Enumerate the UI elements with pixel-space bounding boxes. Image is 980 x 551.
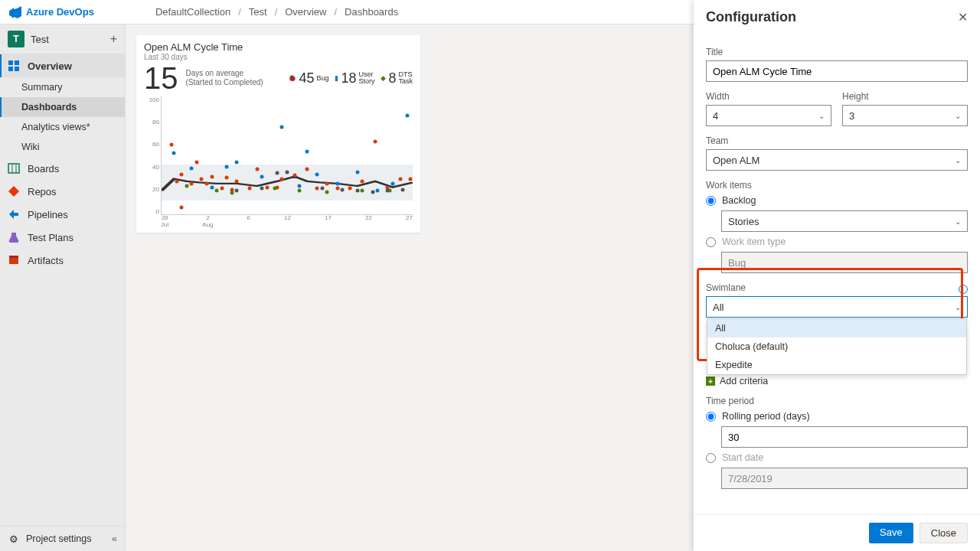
chevron-down-icon: ⌄ [955, 303, 961, 311]
wit-radio[interactable]: Work item type [706, 236, 968, 247]
swimlane-option[interactable]: All [707, 319, 966, 337]
sidebar-sub-analytics[interactable]: Analytics views* [0, 117, 125, 137]
sidebar-item-repos[interactable]: Repos [0, 180, 125, 203]
height-select[interactable]: 3⌄ [842, 105, 968, 126]
project-badge: T [8, 31, 24, 47]
swimlane-select[interactable]: All⌄ All Choluca (default) Expedite [706, 296, 968, 318]
breadcrumb-item[interactable]: Dashboards [345, 6, 398, 18]
breadcrumb-item[interactable]: Overview [285, 6, 326, 18]
team-select[interactable]: Open ALM⌄ [706, 149, 968, 171]
cycle-time-widget[interactable]: Open ALM Cycle Time Last 30 days 15 Days… [136, 35, 420, 233]
rolling-input[interactable] [721, 426, 968, 448]
task-icon: ◆ [381, 74, 386, 82]
story-icon: ▮ [335, 74, 338, 82]
width-label: Width [706, 91, 831, 102]
sidebar: T Test + Overview Summary Dashboards Ana… [0, 24, 126, 551]
swimlane-dropdown: All Choluca (default) Expedite [707, 318, 967, 375]
avg-label: Days on average (Started to Completed) [186, 69, 263, 87]
widget-subtitle: Last 30 days [144, 53, 413, 61]
plus-icon: + [706, 377, 715, 386]
workitems-label: Work items [706, 180, 968, 191]
project-name: Test [31, 34, 104, 45]
timeperiod-label: Time period [706, 396, 968, 406]
team-label: Team [706, 135, 968, 146]
title-input[interactable] [706, 60, 968, 82]
save-button[interactable]: Save [869, 523, 913, 543]
height-label: Height [842, 91, 968, 102]
chart: 100806040200 28Jul2Aug612172227 [144, 96, 413, 234]
project-header[interactable]: T Test + [0, 24, 125, 54]
brand-logo[interactable]: Azure DevOps [9, 6, 94, 18]
rolling-radio[interactable]: Rolling period (days) [706, 411, 968, 422]
project-settings[interactable]: ⚙ Project settings « [0, 526, 125, 551]
startdate-radio[interactable]: Start date [706, 452, 968, 463]
backlog-radio[interactable]: Backlog [706, 195, 968, 206]
swimlane-option[interactable]: Expedite [707, 356, 966, 374]
svg-rect-2 [8, 67, 13, 71]
swimlane-option[interactable]: Choluca (default) [707, 337, 966, 356]
startdate-input [721, 468, 968, 489]
svg-rect-3 [15, 67, 19, 71]
testplans-icon [8, 231, 20, 243]
big-number: 15 [144, 63, 178, 93]
overview-icon [8, 60, 20, 72]
gear-icon: ⚙ [8, 533, 20, 545]
bug-icon: 🐞 [288, 74, 296, 82]
backlog-select[interactable]: Stories⌄ [721, 210, 968, 232]
legend: 🐞45Bug ▮18UserStory ◆8DTSTask [288, 70, 413, 86]
collapse-icon[interactable]: « [112, 533, 117, 544]
breadcrumb: DefaultCollection / Test / Overview / Da… [155, 6, 398, 18]
width-select[interactable]: 4⌄ [706, 105, 831, 126]
sidebar-sub-wiki[interactable]: Wiki [0, 137, 125, 157]
title-label: Title [706, 47, 968, 57]
brand-text: Azure DevOps [26, 6, 94, 18]
chevron-down-icon: ⌄ [818, 112, 825, 120]
close-icon[interactable]: ✕ [958, 10, 968, 24]
info-icon[interactable]: i [959, 285, 968, 294]
repos-icon [8, 185, 20, 197]
sidebar-item-testplans[interactable]: Test Plans [0, 226, 125, 249]
svg-rect-7 [9, 257, 18, 264]
add-icon[interactable]: + [110, 32, 117, 46]
breadcrumb-item[interactable]: DefaultCollection [155, 6, 230, 18]
svg-rect-1 [15, 60, 19, 65]
wit-select: Bug [721, 252, 968, 273]
widget-title: Open ALM Cycle Time [144, 41, 413, 53]
sidebar-item-overview[interactable]: Overview [0, 54, 125, 77]
svg-rect-8 [9, 256, 18, 258]
boards-icon [8, 162, 20, 174]
sidebar-item-boards[interactable]: Boards [0, 157, 125, 180]
chevron-down-icon: ⌄ [955, 112, 961, 120]
swimlane-label: Swimlane [706, 282, 746, 293]
sidebar-sub-summary[interactable]: Summary [0, 77, 125, 97]
add-criteria-button[interactable]: +Add criteria [706, 376, 968, 386]
chevron-down-icon: ⌄ [955, 217, 961, 226]
chevron-down-icon: ⌄ [955, 156, 961, 165]
artifacts-icon [8, 254, 20, 266]
svg-rect-4 [8, 164, 19, 173]
close-button[interactable]: Close [920, 523, 968, 543]
panel-title: Configuration [706, 9, 796, 25]
azure-devops-icon [9, 6, 21, 18]
pipelines-icon [8, 208, 20, 220]
breadcrumb-item[interactable]: Test [249, 6, 267, 18]
sidebar-item-artifacts[interactable]: Artifacts [0, 249, 125, 272]
config-panel: Configuration ✕ Title Width 4⌄ Height 3⌄… [694, 0, 980, 551]
sidebar-item-pipelines[interactable]: Pipelines [0, 203, 125, 226]
sidebar-sub-dashboards[interactable]: Dashboards [0, 97, 125, 117]
svg-rect-0 [8, 60, 13, 65]
